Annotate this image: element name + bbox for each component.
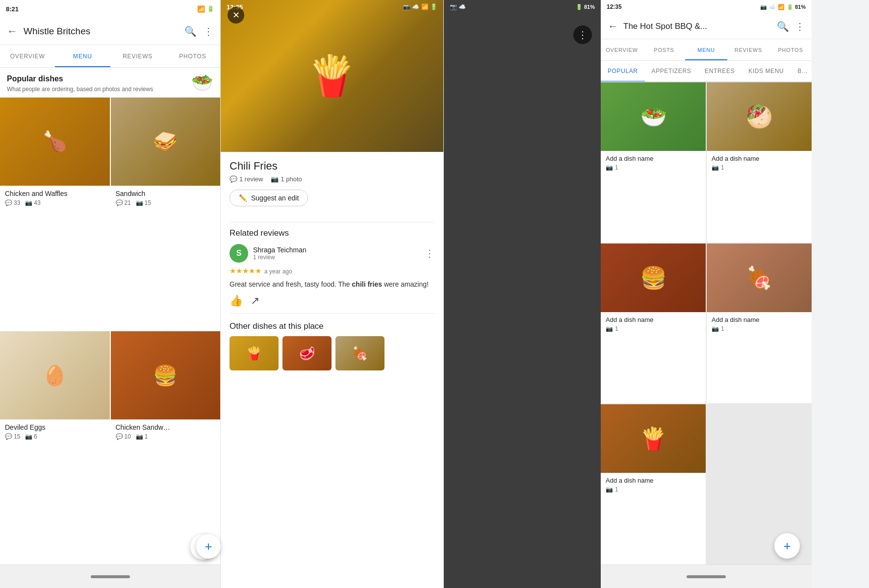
page-title-4: The Hot Spot BBQ &... (623, 22, 777, 31)
reviews-count: 💬 15 (5, 433, 20, 440)
tab-posts-4[interactable]: POSTS (643, 39, 685, 60)
sub-tab-kids-menu[interactable]: KIDS MENU (741, 61, 791, 81)
search-icon-4[interactable]: 🔍 (777, 21, 789, 32)
review-meta: 💬 1 review (230, 175, 263, 183)
header-4: ← The Hot Spot BBQ &... 🔍 ⋮ (601, 14, 812, 39)
photos-count: 📷 6 (25, 433, 37, 440)
dish-card-sandwich[interactable]: 🥪 Sandwich 💬 21 📷 15 (111, 98, 221, 331)
other-dish-thumb-1[interactable]: 🍟 (230, 336, 279, 370)
battery-3: 🔋 81% (576, 4, 595, 10)
share-button[interactable]: ↗ (251, 294, 259, 307)
sub-tab-entrees[interactable]: ENTREES (698, 61, 741, 81)
more-icon-4[interactable]: ⋮ (795, 21, 805, 32)
other-dishes-row: 🍟 🥩 🍖 (230, 336, 434, 370)
popular-dishes-text: Popular dishes What people are ordering,… (7, 74, 153, 94)
status-icons-4: 📷 ☁️ 📶 🔋 81% (760, 4, 806, 10)
tab-overview-1[interactable]: OVERVIEW (0, 45, 55, 67)
tab-menu-1[interactable]: MENU (55, 45, 110, 67)
dish-card-4-3[interactable]: 🍖 Add a dish name 📷 1 (707, 244, 812, 404)
camera-icon: 📷 (136, 433, 143, 440)
dish-info-4-3: Add a dish name 📷 1 (707, 312, 812, 336)
other-dish-thumb-3[interactable]: 🍖 (335, 336, 384, 370)
camera-meta-4-4: 📷 (606, 486, 613, 493)
camera-icon: 📷 (25, 199, 32, 206)
bottom-nav-1 (0, 564, 220, 588)
dish-name-4-2: Add a dish name (606, 316, 701, 323)
dish-info-chicken-sandwich: Chicken Sandw… 💬 10 📷 1 (111, 419, 221, 443)
nav-pill-4 (687, 575, 726, 578)
popular-dishes-section: Popular dishes What people are ordering,… (0, 68, 220, 98)
dish-meta-sandwich: 💬 21 📷 15 (116, 199, 216, 206)
dish-card-chicken-sandwich[interactable]: 🍔 Chicken Sandw… 💬 10 📷 1 (111, 331, 221, 564)
sub-tab-popular[interactable]: POPULAR (601, 61, 645, 81)
review-actions-1: 👍 ↗ (230, 294, 434, 307)
review-meta-icon: 💬 (230, 175, 237, 183)
fab-button-4[interactable]: + (774, 533, 800, 559)
tab-menu-4[interactable]: MENU (685, 39, 727, 60)
dish-name-sandwich: Sandwich (116, 190, 216, 197)
dish-info-4-1: Add a dish name 📷 1 (707, 151, 812, 175)
suggest-edit-button[interactable]: ✏️ Suggest an edit (230, 190, 308, 206)
tab-photos-1[interactable]: PHOTOS (165, 45, 220, 67)
dish-card-4-0[interactable]: 🥗 Add a dish name 📷 1 (601, 82, 706, 243)
nav-pill-1 (91, 575, 130, 578)
dish-info-4-0: Add a dish name 📷 1 (601, 151, 706, 175)
tab-reviews-1[interactable]: REVIEWS (110, 45, 165, 67)
reviews-count: 💬 33 (5, 199, 20, 206)
chili-fries-title: Chili Fries (230, 160, 434, 172)
dish-card-chicken-waffles[interactable]: 🍗 Chicken and Waffles 💬 33 📷 43 (0, 98, 110, 331)
dish-card-4-1[interactable]: 🥙 Add a dish name 📷 1 (707, 82, 812, 243)
status-bar-2: 12:35 📷 ☁️ 📶 🔋 (221, 0, 443, 14)
sub-tab-more[interactable]: B… (791, 61, 812, 81)
review-stars-1: ★★★★★ (230, 267, 261, 275)
camera-meta-4-0: 📷 (606, 164, 613, 171)
other-dish-img-1: 🍟 (230, 336, 279, 370)
photos-count: 📷 15 (136, 199, 151, 206)
more-button-3[interactable]: ⋮ (573, 25, 592, 44)
divider-1 (230, 222, 434, 222)
more-icon-1[interactable]: ⋮ (204, 25, 213, 37)
status-icons-3: 📷 ☁️ (450, 3, 466, 10)
tabs-1: OVERVIEW MENU REVIEWS PHOTOS (0, 45, 220, 68)
camera-icon: 📷 (136, 199, 143, 206)
camera-icon: 📷 (25, 433, 32, 440)
review-icon: 💬 (116, 199, 123, 206)
header-1: ← Whistle Britches 🔍 ⋮ (0, 18, 220, 45)
dish-info-4-2: Add a dish name 📷 1 (601, 312, 706, 336)
dish-meta-4-3: 📷 1 (712, 325, 807, 332)
camera-meta-4-2: 📷 (606, 325, 613, 332)
dish-card-4-2[interactable]: 🍔 Add a dish name 📷 1 (601, 244, 706, 404)
dish-img-4-3: 🍖 (707, 244, 812, 312)
status-icons-2: 📷 ☁️ 📶 🔋 (403, 3, 437, 10)
review-stars-time: ★★★★★ a year ago (230, 267, 434, 276)
photo-icon-4: 📷 (760, 4, 767, 10)
dish-card-deviled-eggs[interactable]: 🥚 Deviled Eggs 💬 15 📷 6 (0, 331, 110, 564)
like-button[interactable]: 👍 (230, 294, 243, 307)
status-bar-1: 8:21 📶 🔋 (0, 0, 220, 18)
review-more-icon-1[interactable]: ⋮ (425, 247, 434, 259)
panel-whistle-britches: 8:21 📶 🔋 ← Whistle Britches 🔍 ⋮ OVERVIEW… (0, 0, 221, 588)
camera-meta-4-3: 📷 (712, 325, 719, 332)
back-button-4[interactable]: ← (608, 20, 618, 33)
dish-card-4-4[interactable]: 🍟 Add a dish name 📷 1 (601, 404, 706, 564)
search-icon-1[interactable]: 🔍 (184, 25, 197, 37)
dish-img-4-1: 🥙 (707, 82, 812, 151)
tab-reviews-4[interactable]: REVIEWS (727, 39, 769, 60)
fab-button-panel1[interactable]: + (196, 534, 221, 559)
fab-plus-icon: + (204, 539, 212, 554)
dish-img-sandwich: 🥪 (111, 98, 221, 186)
dish-name-4-4: Add a dish name (606, 477, 701, 484)
dish-img-4-4: 🍟 (601, 404, 706, 473)
tab-photos-4[interactable]: PHOTOS (769, 39, 812, 60)
close-button-2[interactable]: ✕ (228, 7, 244, 24)
dishes-grid-4: 🥗 Add a dish name 📷 1 🥙 Add a dish name … (601, 82, 812, 564)
more-icon-3: ⋮ (578, 29, 588, 41)
reviews-count: 💬 10 (116, 433, 131, 440)
back-button-1[interactable]: ← (7, 25, 18, 38)
sub-tab-appetizers[interactable]: APPETIZERS (645, 61, 698, 81)
other-dish-thumb-2[interactable]: 🥩 (282, 336, 332, 370)
dish-info-4-4: Add a dish name 📷 1 (601, 473, 706, 497)
other-dish-img-2: 🥩 (282, 336, 332, 370)
status-icons-1: 📶 🔋 (197, 5, 214, 13)
tab-overview-4[interactable]: OVERVIEW (601, 39, 643, 60)
